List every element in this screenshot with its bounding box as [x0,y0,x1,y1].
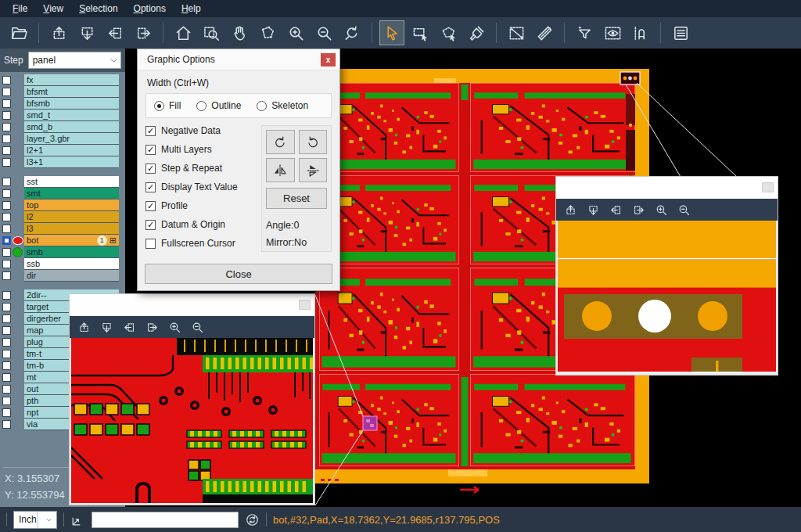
layer-checkbox[interactable] [2,315,11,323]
zoom-out-icon[interactable] [191,321,204,334]
layer-checkbox[interactable] [2,135,11,143]
layer-checkbox[interactable] [2,146,11,155]
flip-v-button[interactable] [299,158,328,182]
zoom-window-b-titlebar[interactable] [556,177,778,199]
radio-outline[interactable]: Outline [196,100,241,111]
layer-checkbox[interactable] [2,178,11,186]
zoom-window-a-close-button[interactable] [299,300,311,310]
layer-row-l2+1[interactable]: l2+1 [0,145,125,156]
layer-checkbox[interactable] [2,361,11,370]
menu-item-selection[interactable]: Selection [71,2,125,16]
layer-checkbox[interactable] [2,236,11,245]
pan-down-button[interactable] [74,20,99,45]
pan-hand-button[interactable] [227,20,252,45]
layer-checkbox[interactable] [2,213,11,221]
pan-up-button[interactable] [46,20,71,45]
checkbox-multi-layers[interactable]: ✓Multi Layers [145,144,257,155]
clear-brush-button[interactable] [464,20,489,45]
layer-checkbox[interactable] [2,123,11,131]
pan-up-icon[interactable] [564,203,577,217]
layer-checkbox[interactable] [2,338,11,347]
layer-checkbox[interactable] [2,408,11,417]
layer-row-bfsmb[interactable]: bfsmb [0,98,125,110]
zoom-window-detail[interactable] [69,293,315,505]
layer-checkbox[interactable] [2,385,11,394]
layer-checkbox[interactable] [2,99,11,108]
pan-left-icon[interactable] [123,321,136,334]
layer-checkbox[interactable] [2,291,11,300]
layer-row-layer_3.gbr[interactable]: layer_3.gbr [0,133,125,145]
reset-button[interactable]: Reset [266,188,327,209]
menu-item-file[interactable]: File [5,2,35,16]
zoom-out-button[interactable] [311,20,336,45]
zoom-window-b-content[interactable] [556,221,778,375]
zoom-in-icon[interactable] [168,321,181,334]
layer-row-bfsmt[interactable]: bfsmt [0,86,125,98]
zoom-previous-button[interactable] [339,20,365,45]
layer-checkbox[interactable] [2,201,11,210]
select-rect-button[interactable] [408,20,433,45]
layer-row-l3+1[interactable]: l3+1 [0,156,125,168]
pan-down-icon[interactable] [100,321,113,334]
pan-left-button[interactable] [102,20,128,45]
open-folder-button[interactable] [6,20,31,45]
checkbox-negative-data[interactable]: ✓Negative Data [145,125,257,136]
layer-checkbox[interactable] [2,350,11,358]
zoom-window-b-close-button[interactable] [762,182,774,192]
checkbox-display-text-value[interactable]: ✓Display Text Value [145,182,257,192]
layer-checkbox[interactable] [2,303,11,311]
close-button[interactable]: Close [145,264,332,284]
flip-h-button[interactable] [266,158,295,182]
layer-row-bot[interactable]: bot1⊞ [0,235,125,246]
measure-ruler-button[interactable] [532,20,557,45]
zoom-in-button[interactable] [283,20,308,45]
pan-down-icon[interactable] [587,203,600,217]
pan-left-icon[interactable] [609,203,623,217]
step-dropdown[interactable]: panel [28,52,121,69]
layer-row-smd_b[interactable]: smd_b [0,121,125,133]
pan-right-icon[interactable] [145,321,159,334]
layer-row-l2[interactable]: l2 [0,211,125,223]
layer-checkbox[interactable] [2,271,11,280]
pan-right-button[interactable] [131,20,156,45]
layer-checkbox[interactable] [2,225,11,233]
pan-up-icon[interactable] [77,321,91,334]
layer-row-smt[interactable]: smt [0,188,125,200]
zoom-window-button[interactable] [199,20,224,45]
zoom-out-icon[interactable] [677,203,691,217]
dialog-close-button[interactable]: x [321,53,336,66]
menu-item-help[interactable]: Help [174,2,209,16]
grid-icon[interactable]: ⊞ [110,236,117,245]
zoom-window-a-titlebar[interactable] [70,294,314,316]
checkbox-profile[interactable]: ✓Profile [145,200,257,211]
layer-row-smb[interactable]: smb [0,246,125,258]
checkbox-datum-origin[interactable]: ✓Datum & Origin [145,219,257,230]
checkbox-step-repeat[interactable]: ✓Step & Repeat [145,163,257,174]
menu-item-options[interactable]: Options [126,2,174,16]
rotate-ccw-button[interactable] [299,130,328,154]
layer-checkbox[interactable] [2,397,11,405]
rotate-cw-button[interactable] [266,130,295,154]
layer-checkbox[interactable] [2,158,11,167]
pan-right-icon[interactable] [632,203,645,217]
layer-checkbox[interactable] [2,76,11,84]
radio-skeleton[interactable]: Skeleton [257,100,308,111]
zoom-window-a-content[interactable] [70,338,314,505]
zoom-polygon-button[interactable] [255,20,280,45]
layer-row-dir[interactable]: dir [0,270,125,282]
layer-row-ssb[interactable]: ssb [0,258,125,270]
measure-line-button[interactable] [504,20,529,45]
command-input[interactable] [92,512,239,528]
home-button[interactable] [171,20,196,45]
layer-row-fx[interactable]: fx [0,74,125,86]
layer-checkbox[interactable] [2,88,11,96]
sync-icon[interactable] [245,512,260,527]
layer-row-smd_t[interactable]: smd_t [0,110,125,121]
layer-checkbox[interactable] [2,111,11,120]
filter-button[interactable] [572,20,597,45]
unit-dropdown[interactable]: Inch [13,511,57,529]
zoom-window-fiducial[interactable] [555,176,778,376]
checkbox-fullscreen-cursor[interactable]: Fullscreen Cursor [145,238,257,249]
radio-fill[interactable]: Fill [154,100,181,111]
select-cursor-button[interactable] [379,20,404,45]
